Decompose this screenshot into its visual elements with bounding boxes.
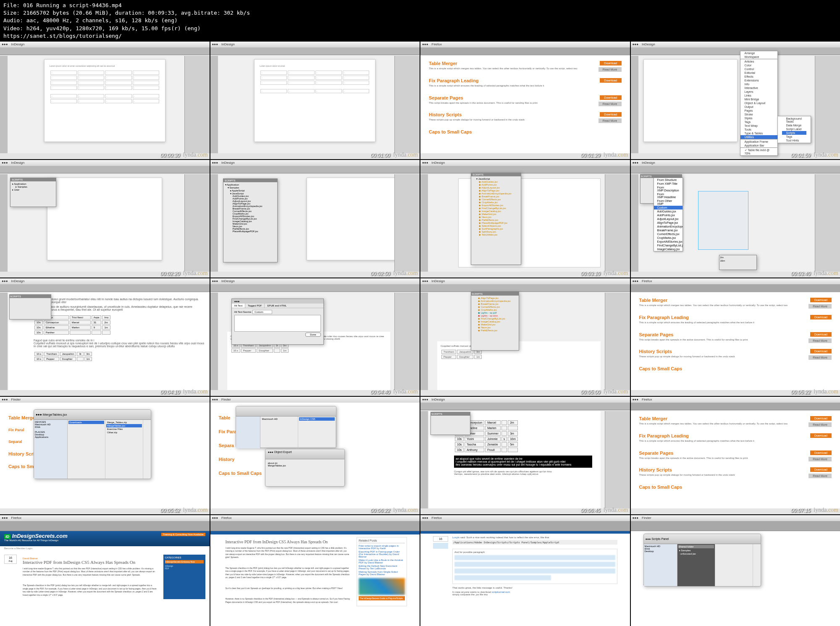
finder-window-2[interactable]: ●●● Object Export about.txt MergeTables.… <box>265 449 345 487</box>
finder-window[interactable]: ●●● Scripts Panel Macintosh HDiDiskDeskt… <box>643 534 761 587</box>
scripts-panel[interactable]: SCRIPTS ▾ JavaScript ◆ AddGuides.jsx ◆ A… <box>471 173 521 265</box>
thumbnail-grid: ●●●InDesign Lorem ipsum dolor sit amet c… <box>0 42 840 626</box>
video-line: Video: h264, yuv420p, 1280x720, 169 kb/s… <box>3 25 837 32</box>
scripts-panel[interactable]: SCRIPTS ◆ AlignToPage.jsx ◆ AnimationEnc… <box>471 292 519 351</box>
thumb-18[interactable]: ●●●Firefox Interactive PDF from InDesign… <box>210 515 420 626</box>
thumb-17[interactable]: ●●●Firefox Training & Consulting Now Ava… <box>0 515 210 626</box>
related-link[interactable]: Free script to export single pages in In… <box>359 545 405 550</box>
file-line: File: 016 Running a script-94436.mp4 <box>3 2 837 9</box>
item-title: Table Merger <box>429 61 622 66</box>
object-export-dialog[interactable]: ●●● Alt Text Tagged PDF EPUB and HTML Al… <box>231 299 324 345</box>
thumb-1[interactable]: ●●●InDesign Lorem ipsum dolor sit amet c… <box>0 42 210 159</box>
watermark: lynda.com <box>183 152 208 158</box>
thumb-10[interactable]: ●●●InDesign Coqulied vufhais monout ui s… <box>210 278 420 396</box>
thumb-7[interactable]: ●●●InDesign SCRIPTS ▾ JavaScript ◆ AddGu… <box>420 160 630 278</box>
text-frame[interactable] <box>698 191 748 250</box>
window-menu[interactable]: ArrangeWorkspace ArticlesColorControl Ed… <box>740 51 778 156</box>
thumb-12[interactable]: ●●●Firefox DownloadTable MergerRead More… <box>631 278 840 396</box>
utilities-submenu: Background TasksData Merge Script LabelS… <box>777 116 811 143</box>
macos-menubar: ●●●InDesign <box>0 42 210 47</box>
thumb-15[interactable]: ●●●InDesign 10sConcepcionMarcel2m 10sEth… <box>420 397 630 514</box>
scripts-panel[interactable]: SCRIPTS ▾ Application ▾ Samples ▸ AppleS… <box>223 178 278 262</box>
thumb-9[interactable]: ●●●InDesign Lorem ipsum dolor grunt mode… <box>0 278 210 396</box>
selected-text: an alupod que rubs severt de errtine ose… <box>454 456 592 468</box>
thumb-20[interactable]: ●●●Finder That works great, the little m… <box>631 515 840 626</box>
thumb-19[interactable]: ●●●Firefox 16 Lucylu said: Such a nice w… <box>420 515 630 626</box>
scripts-panel[interactable]: SCRIPTS ▸ Application ▸ Samples ▸ User <box>10 178 56 207</box>
document-page: Lorem ipsum dolor sit amet consectetur a… <box>44 59 165 142</box>
thumb-5[interactable]: ●●●InDesign SCRIPTS ▸ Application ▸ Samp… <box>0 160 210 278</box>
thumb-3[interactable]: ●●●Firefox DownloadTable MergerRead More… <box>420 42 630 159</box>
blog-header: Training & Consulting Now Available ID I… <box>0 531 210 546</box>
toolbar <box>0 47 210 55</box>
finder-window-1[interactable]: Macintosh HDInDesign CS5 <box>236 406 336 448</box>
download-button[interactable]: Download <box>600 61 621 65</box>
audio-line: Audio: aac, 48000 Hz, 2 channels, s16, 1… <box>3 17 837 24</box>
web-page: DownloadTable MergerRead MoreThis is a s… <box>420 56 630 153</box>
thumb-14[interactable]: ●●●Finder TableFix ParaSeparaHistoryCaps… <box>210 397 420 514</box>
post-title[interactable]: Interactive PDF from InDesign CS5 Always… <box>23 560 158 565</box>
done-button[interactable]: Done <box>305 333 320 337</box>
timestamp: 00:00:30 <box>160 152 180 158</box>
panels-right <box>184 56 210 153</box>
thumb-2[interactable]: ●●●InDesign Lorem ipsum dolor sit amet ·… <box>210 42 420 159</box>
thumb-6[interactable]: ●●●InDesign SCRIPTS ▾ Application ▾ Samp… <box>210 160 420 278</box>
tools-panel <box>0 56 8 153</box>
finder-window[interactable]: ●●● MergeTables.jsx DEVICESMacintosh HDi… <box>34 409 151 479</box>
thumb-13[interactable]: ●●●Finder Table Merger Fix Paral Separal… <box>0 397 210 514</box>
script-label-panel[interactable]: 2m16m <box>719 255 757 270</box>
file-info-header: File: 016 Running a script-94436.mp4 Siz… <box>0 0 840 42</box>
thumb-16[interactable]: ●●●Firefox DownloadTable MergerRead More… <box>631 397 840 514</box>
thumb-8[interactable]: ●●●InDesign SCRIPTS From StructureFrom X… <box>631 160 840 278</box>
thumb-4[interactable]: ●●●InDesign ArrangeWorkspace ArticlesCol… <box>631 42 840 159</box>
table: ················ <box>50 70 160 91</box>
alt-text-dropdown[interactable]: From StructureFrom XMP:Title From XMP:De… <box>654 178 683 251</box>
url-line: https://sanet.st/blogs/tutorialseng/ <box>3 32 837 40</box>
size-line: Size: 21665702 bytes (20.66 MiB), durati… <box>3 9 837 17</box>
thumb-11[interactable]: ●●●InDesign Coqulied vufhais monout ui s… <box>420 278 630 396</box>
